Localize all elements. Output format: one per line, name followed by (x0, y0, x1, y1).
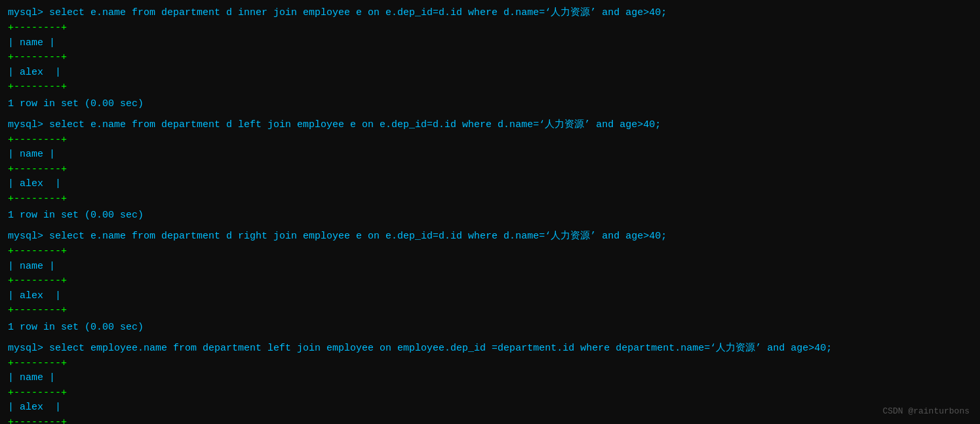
border-mid-2: +--------+ (8, 163, 972, 178)
border-bot-4: +--------+ (8, 415, 972, 425)
result-2: 1 row in set (0.00 sec) (8, 208, 972, 223)
query-block-4: mysql> select employee.name from departm… (8, 341, 972, 425)
prompt-3: mysql> select e.name from department d r… (8, 229, 972, 244)
result-1: 1 row in set (0.00 sec) (8, 96, 972, 112)
border-bot-3: +--------+ (8, 303, 972, 318)
row-4: | alex | (8, 400, 972, 415)
border-mid-4: +--------+ (8, 386, 972, 401)
watermark: CSDN @rainturbons (882, 406, 970, 416)
result-3: 1 row in set (0.00 sec) (8, 320, 972, 336)
border-top-2: +--------+ (8, 133, 972, 148)
border-mid-3: +--------+ (8, 274, 972, 289)
border-top-1: +--------+ (8, 21, 972, 36)
query-block-2: mysql> select e.name from department d l… (8, 117, 972, 224)
query-block-3: mysql> select e.name from department d r… (8, 229, 972, 336)
row-2: | alex | (8, 177, 972, 192)
row-1: | alex | (8, 66, 972, 81)
border-bot-1: +--------+ (8, 80, 972, 95)
border-bot-2: +--------+ (8, 192, 972, 207)
terminal-container: mysql> select e.name from department d i… (8, 5, 972, 424)
header-2: | name | (8, 147, 972, 163)
header-3: | name | (8, 260, 972, 275)
prompt-4: mysql> select employee.name from departm… (8, 341, 972, 357)
prompt-1: mysql> select e.name from department d i… (8, 5, 972, 21)
prompt-2: mysql> select e.name from department d l… (8, 117, 972, 133)
query-block-1: mysql> select e.name from department d i… (8, 5, 972, 112)
border-mid-1: +--------+ (8, 50, 972, 66)
row-3: | alex | (8, 289, 972, 304)
header-1: | name | (8, 36, 972, 51)
border-top-4: +--------+ (8, 357, 972, 372)
border-top-3: +--------+ (8, 244, 972, 260)
header-4: | name | (8, 371, 972, 386)
